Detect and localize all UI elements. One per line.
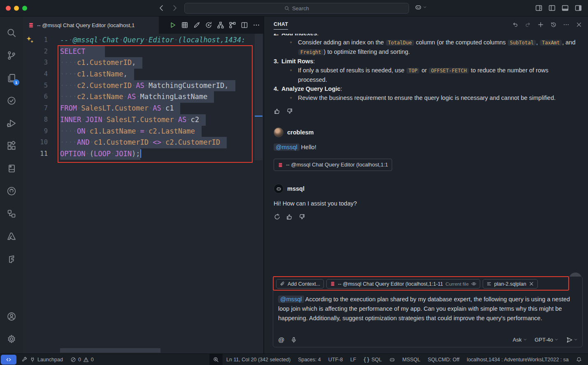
indentation-status[interactable]: Spaces: 4: [294, 354, 325, 365]
add-context-button[interactable]: Add Context...: [276, 279, 324, 289]
split-editor-icon[interactable]: [241, 21, 248, 29]
attached-file-chip[interactable]: -- @mssql Chat Query Editor (localhost,1…: [274, 159, 392, 171]
new-chat-icon[interactable]: [537, 21, 544, 28]
cursor-position-status[interactable]: Ln 11, Col 20 (342 selected): [223, 354, 294, 365]
activity-bar-search-icon[interactable]: [2, 21, 21, 44]
model-picker-dropdown[interactable]: GPT-4o: [535, 337, 558, 343]
close-window-button[interactable]: [6, 6, 11, 11]
code-line[interactable]: 8INNER·JOIN·SalesLT.Customer·AS·c2: [23, 114, 254, 126]
actual-plan-icon[interactable]: [229, 21, 236, 29]
more-actions-icon[interactable]: [253, 21, 260, 29]
activity-bar-gear-icon[interactable]: [2, 328, 21, 350]
editor-horizontal-scrollbar[interactable]: [60, 348, 160, 353]
navigate-back-icon[interactable]: [158, 4, 165, 12]
zoom-status[interactable]: [209, 354, 223, 365]
activity-bar: 1: [0, 16, 23, 353]
undo-icon[interactable]: [512, 21, 518, 28]
thumbs-down-icon[interactable]: [298, 213, 305, 220]
line-number: 9: [23, 126, 48, 137]
schema-designer-icon: [7, 209, 16, 219]
remote-indicator[interactable]: [1, 355, 16, 365]
maximize-window-button[interactable]: [22, 6, 27, 11]
more-actions-icon[interactable]: [563, 21, 569, 28]
command-center-search[interactable]: Search: [184, 3, 409, 14]
search-icon: [7, 28, 16, 38]
refresh-connection-icon[interactable]: [205, 21, 212, 29]
thumbs-up-icon[interactable]: [286, 213, 293, 220]
navigate-forward-icon[interactable]: [171, 4, 179, 12]
code-line[interactable]: 9····ON·c1.LastName·=·c2.LastName: [23, 126, 254, 137]
scroll-to-bottom-button[interactable]: [569, 273, 582, 276]
eol-status[interactable]: LF: [346, 354, 360, 365]
redo-icon[interactable]: [525, 21, 531, 28]
activity-bar-testing-icon[interactable]: [2, 89, 21, 112]
code-line[interactable]: 2SELECT: [23, 46, 254, 58]
code-line[interactable]: 3····c1.CustomerID,: [23, 57, 254, 69]
minimize-window-button[interactable]: [14, 6, 19, 11]
activity-bar-copy-files-icon[interactable]: 1: [2, 67, 21, 89]
close-icon[interactable]: [576, 21, 582, 28]
panel-left-icon[interactable]: [548, 4, 556, 12]
history-icon[interactable]: [550, 21, 557, 28]
status-label: localhost,1434 : AdventureWorksLT2022 : …: [467, 357, 569, 363]
panel-bottom-icon[interactable]: [561, 4, 569, 12]
encoding-status[interactable]: UTF-8: [325, 354, 346, 365]
connection-status[interactable]: localhost,1434 : AdventureWorksLT2022 : …: [463, 354, 572, 365]
code-line[interactable]: 7FROM·SalesLT.Customer·AS·c1: [23, 103, 254, 114]
estimated-plan-icon[interactable]: [217, 21, 224, 29]
fabric-icon: [7, 254, 16, 264]
activity-bar-notebook-icon[interactable]: [2, 157, 21, 180]
activity-bar-extensions-icon[interactable]: [2, 134, 21, 157]
chip-suffix: Current file: [446, 282, 469, 286]
editor-tab[interactable]: -- @mssql Chat Query Editor (localhost,1: [23, 16, 159, 34]
pen-icon[interactable]: [193, 21, 200, 29]
activity-bar-fabric-icon[interactable]: [2, 247, 21, 270]
code-line[interactable]: 11OPTION·(LOOP·JOIN);: [23, 148, 254, 160]
rerun-icon[interactable]: [274, 213, 281, 220]
send-button[interactable]: [566, 337, 578, 343]
activity-bar-azure-icon[interactable]: [2, 225, 21, 247]
chat-input-text[interactable]: @mssql According to the execution plan s…: [273, 291, 582, 323]
list-number: 2.: [274, 34, 281, 38]
notifications-bell[interactable]: [572, 354, 586, 365]
activity-bar-run-debug-icon[interactable]: [2, 112, 21, 134]
launchpad-status[interactable]: Launchpad: [18, 354, 67, 365]
copilot-status[interactable]: [386, 354, 399, 365]
editor-vertical-scrollbar[interactable]: [255, 34, 263, 160]
chat-input-controls: @ Ask GPT-4o: [278, 336, 577, 343]
language-status[interactable]: {}SQL: [360, 354, 386, 365]
context-chip[interactable]: plan-2.sqlplan: [483, 279, 538, 289]
close-icon[interactable]: [529, 281, 534, 286]
thumbs-down-icon[interactable]: [286, 108, 293, 115]
assistant-message-text: Hi! How can I assist you today?: [274, 199, 579, 208]
run-query-icon[interactable]: [169, 21, 177, 29]
microphone-icon[interactable]: [291, 337, 297, 343]
code-line[interactable]: 4····c1.LastName,: [23, 69, 254, 80]
problems-status[interactable]: 00: [67, 354, 98, 365]
code-line[interactable]: 1--·@mssql·Chat·Query·Editor·(localhost,…: [23, 35, 254, 46]
inline-code-chip: TotalDue: [386, 40, 414, 46]
code-line[interactable]: 6····c2.LastName·AS·MatchingLastName: [23, 91, 254, 103]
activity-bar-source-control-icon[interactable]: [2, 44, 21, 67]
activity-bar-account-icon[interactable]: [2, 305, 21, 328]
traffic-lights: [6, 6, 27, 11]
thumbs-up-icon[interactable]: [274, 108, 281, 115]
chat-tab[interactable]: CHAT: [274, 21, 288, 27]
mention-button[interactable]: @: [278, 336, 284, 343]
chat-mode-dropdown[interactable]: Ask: [513, 337, 527, 343]
mssql-status[interactable]: MSSQL: [399, 354, 424, 365]
layout-icon[interactable]: [535, 4, 543, 12]
chat-input-container[interactable]: Add Context...-- @mssql Chat Query Edito…: [273, 276, 583, 347]
sqlcmd-status[interactable]: SQLCMD: Off: [424, 354, 463, 365]
activity-bar-github-icon[interactable]: [2, 180, 21, 202]
code-line[interactable]: 10····AND·c1.CustomerID·<>·c2.CustomerID: [23, 137, 254, 148]
activity-bar-schema-designer-icon[interactable]: [2, 202, 21, 225]
panel-right-icon[interactable]: [574, 4, 582, 12]
eye-icon[interactable]: [471, 281, 476, 286]
code-line[interactable]: 5····c2.CustomerID·AS·MatchingCustomerID…: [23, 80, 254, 92]
context-chip[interactable]: -- @mssql Chat Query Editor (localhost,1…: [326, 279, 480, 289]
copilot-menu-button[interactable]: [415, 4, 427, 11]
results-grid-icon[interactable]: [181, 21, 188, 29]
status-label: SQLCMD: Off: [428, 357, 460, 363]
code-editor[interactable]: 1--·@mssql·Chat·Query·Editor·(localhost,…: [23, 34, 263, 353]
